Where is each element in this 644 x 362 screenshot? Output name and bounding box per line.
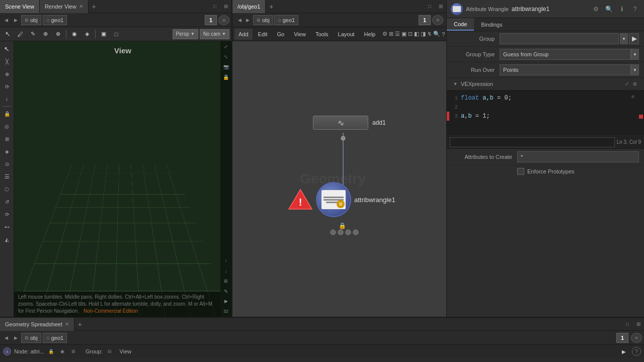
ne-nav-fwd[interactable]: ▶ — [244, 16, 252, 25]
layout-button[interactable]: ⊞ — [220, 1, 231, 12]
vp-strip-8[interactable]: ▶ — [221, 297, 230, 306]
tool-6[interactable]: ◎ — [2, 121, 13, 132]
group-type-dropdown[interactable]: Guess from Group — [500, 49, 631, 60]
ne-icon-7[interactable]: ◨ — [421, 29, 426, 40]
group-arrow-btn[interactable]: ▶ — [629, 33, 639, 44]
ne-path-obj[interactable]: ⊞ obj — [253, 15, 273, 25]
tool-15[interactable]: ◭ — [2, 234, 13, 245]
code-grid-icon[interactable]: ⊞ — [629, 93, 637, 101]
run-over-dropdown[interactable]: Points — [500, 64, 631, 75]
tool-14[interactable]: ⊷ — [2, 221, 13, 232]
view-menu[interactable]: View — [290, 29, 310, 40]
bottom-help[interactable]: ? — [632, 347, 641, 356]
light-tool[interactable]: ◈ — [82, 29, 93, 40]
ne-icon-3[interactable]: ☰ — [395, 29, 400, 40]
add-bottom-tab[interactable]: + — [74, 319, 86, 330]
ne-icon-6[interactable]: ◧ — [414, 29, 419, 40]
vp-strip-6[interactable]: ⊞ — [221, 277, 230, 286]
geometry-spreadsheet-tab[interactable]: Geometry Spreadsheet ✕ — [0, 318, 74, 331]
node-info-icon1[interactable]: 🔒 — [47, 347, 55, 355]
node-canvas[interactable]: Geometry — [232, 41, 446, 317]
ne-icon-9[interactable]: 🔍 — [433, 29, 440, 40]
add-tab-button[interactable]: + — [89, 1, 100, 12]
bottom-tab-close[interactable]: ✕ — [65, 321, 69, 327]
tools-menu[interactable]: Tools — [311, 29, 333, 40]
group-input[interactable] — [500, 33, 619, 44]
bindings-tab[interactable]: Bindings — [474, 18, 509, 31]
ne-icon-2[interactable]: ⊞ — [389, 29, 393, 40]
bottom-path-geo1[interactable]: ◇ geo1 — [43, 333, 67, 343]
ne-icon-4[interactable]: ▣ — [401, 29, 407, 40]
node-info-icon2[interactable]: ◉ — [58, 347, 66, 355]
group-type-arrow[interactable]: ▼ — [631, 49, 639, 60]
bottom-step[interactable]: ○ — [631, 333, 642, 343]
tool-9[interactable]: ⊙ — [2, 158, 13, 169]
group-filter-icon[interactable]: ⊟ — [106, 347, 114, 355]
ne-path-geo1[interactable]: ◇ geo1 — [274, 15, 298, 25]
render-view-tab[interactable]: Render View ✕ — [40, 0, 89, 13]
ne-layout[interactable]: ⊞ — [435, 1, 446, 12]
vp-strip-2[interactable]: ⤡ — [221, 52, 230, 61]
select-btn[interactable]: ↖ — [2, 43, 13, 54]
bottom-nav-back[interactable]: ◀ — [2, 333, 10, 342]
render-view-tab-close[interactable]: ✕ — [79, 4, 83, 9]
tool-3[interactable]: ⟳ — [2, 81, 13, 92]
code-editor[interactable]: 1 float a,b = 0; 2 3 — [447, 90, 644, 136]
code-search-input[interactable] — [450, 137, 615, 147]
vex-collapse-btn[interactable]: ⊞ — [631, 80, 639, 88]
display-tool[interactable]: □ — [111, 29, 122, 40]
node-editor-tab[interactable]: /obj/geo1 — [232, 0, 266, 13]
ne-maximize[interactable]: □ — [424, 1, 435, 12]
vp-strip-4[interactable]: ↑ — [221, 256, 230, 265]
enforce-checkbox[interactable] — [517, 168, 524, 175]
run-over-arrow[interactable]: ▼ — [631, 64, 639, 75]
nav-forward[interactable]: ▶ — [12, 16, 20, 25]
brush-tool[interactable]: ✎ — [27, 29, 38, 40]
ne-icon-1[interactable]: ⚙ — [382, 29, 387, 40]
add1-node-box[interactable]: ∿ — [313, 116, 368, 130]
ne-step[interactable]: ○ — [432, 15, 443, 25]
tool-1[interactable]: ╳ — [2, 56, 13, 67]
add1-node[interactable]: ∿ add1 — [313, 116, 386, 130]
aw-header-help[interactable]: ? — [630, 4, 640, 14]
aw-header-search[interactable]: 🔍 — [604, 4, 614, 14]
tool-7[interactable]: ⊞ — [2, 133, 13, 144]
edit-menu[interactable]: Edit — [254, 29, 272, 40]
nocam-dropdown[interactable]: No cam ▼ — [200, 29, 229, 39]
aw-header-icon1[interactable]: ⚙ — [591, 4, 601, 14]
vp-lock-icon[interactable]: 🔒 — [221, 72, 230, 81]
vp-strip-5[interactable]: ↓ — [221, 266, 230, 276]
maximize-button[interactable]: □ — [209, 1, 220, 12]
vex-expand-btn[interactable]: ⤢ — [623, 80, 631, 88]
tool-11[interactable]: ⬡ — [2, 184, 13, 195]
vp-strip-1[interactable]: ⤢ — [221, 42, 230, 51]
persp-dropdown[interactable]: Persp ▼ — [173, 29, 198, 39]
node-info-icon3[interactable]: ⊞ — [69, 347, 77, 355]
vp-strip-7[interactable]: ✎ — [221, 287, 230, 296]
path-geo1[interactable]: ◇ geo1 — [43, 15, 67, 25]
scene-view-tab[interactable]: Scene View — [0, 0, 40, 13]
viewport[interactable]: ↖ ╳ ⊕ ⟳ ↕ 🔒 ◎ ⊞ ◈ ⊙ ☰ ⬡ ↺ ⟳ ⊷ ◭ — [0, 41, 231, 317]
bottom-play[interactable]: ▶ — [619, 346, 629, 356]
vp-strip-3[interactable]: 📷 — [221, 62, 230, 71]
go-menu[interactable]: Go — [273, 29, 289, 40]
paint-tool[interactable]: 🖊 — [15, 29, 26, 40]
attribwrangle1-node[interactable]: ! ⚙ attribwrangle1 — [288, 182, 395, 217]
aw-header-info[interactable]: ℹ — [617, 4, 627, 14]
tool-4[interactable]: ↕ — [2, 94, 13, 105]
help-menu[interactable]: Help — [360, 29, 380, 40]
vexpression-collapse[interactable]: ▼ — [452, 80, 459, 87]
tool-12[interactable]: ↺ — [2, 196, 13, 207]
add-node-tab[interactable]: + — [266, 1, 277, 12]
tool-10[interactable]: ☰ — [2, 171, 13, 182]
bottom-path-obj[interactable]: ⊞ obj — [21, 333, 41, 343]
select-tool[interactable]: ↖ — [2, 29, 13, 40]
vp-strip-9[interactable]: 32 — [221, 307, 230, 316]
camera-tool[interactable]: ◉ — [69, 29, 80, 40]
ne-icon-10[interactable]: ? — [442, 29, 445, 40]
nav-back[interactable]: ◀ — [2, 16, 10, 25]
bottom-layout[interactable]: ⊞ — [633, 319, 644, 330]
pose-tool[interactable]: ⊗ — [52, 29, 63, 40]
transform-tool[interactable]: ⊕ — [40, 29, 51, 40]
code-tab[interactable]: Code — [447, 18, 474, 31]
